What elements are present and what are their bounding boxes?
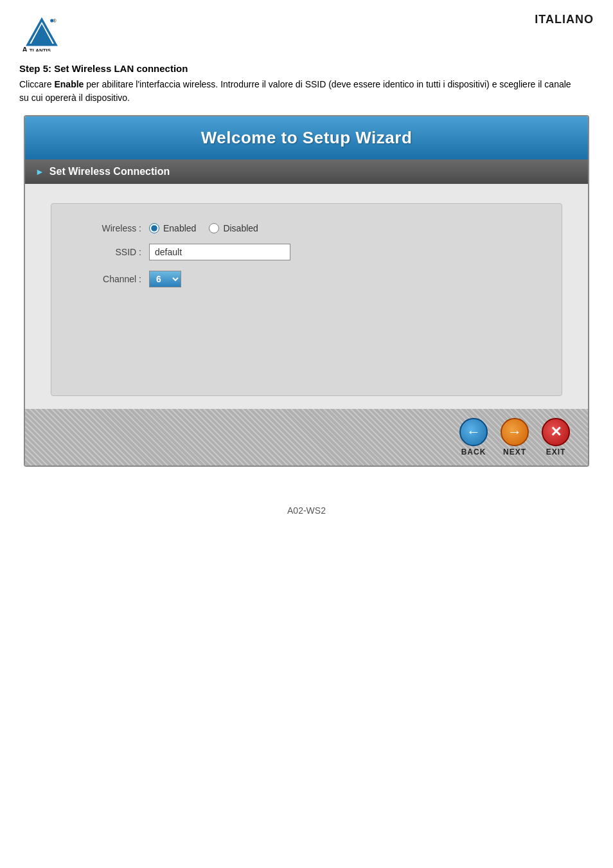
ssid-label: SSID : — [77, 247, 141, 257]
page-header: TLANTIS A AND ® ITALIANO — [19, 13, 594, 51]
logo-area: TLANTIS A AND ® — [19, 13, 64, 51]
disabled-radio-label: Disabled — [223, 223, 258, 233]
section-bar: ► Set Wireless Connection — [25, 159, 588, 184]
form-area: Wireless : Enabled Disabled SS — [51, 203, 562, 396]
exit-icon: ✕ — [542, 418, 570, 446]
wizard-content: Wireless : Enabled Disabled SS — [25, 184, 588, 409]
back-button[interactable]: ← BACK — [454, 417, 493, 458]
wizard-header: Welcome to Setup Wizard — [25, 116, 588, 159]
svg-text:TLANTIS: TLANTIS — [30, 48, 51, 51]
disabled-radio-option[interactable]: Disabled — [209, 223, 258, 233]
channel-select-wrapper: 1 2 3 4 5 6 7 8 9 10 11 12 13 — [149, 271, 181, 287]
wizard-box: Welcome to Setup Wizard ► Set Wireless C… — [24, 115, 589, 467]
model-number: A02-WS2 — [287, 505, 326, 516]
enabled-radio-label: Enabled — [163, 223, 196, 233]
step-title: Step 5: Set Wireless LAN connection — [19, 63, 594, 74]
svg-text:®: ® — [53, 19, 57, 23]
exit-label: EXIT — [546, 448, 566, 457]
enabled-radio-option[interactable]: Enabled — [149, 223, 196, 233]
channel-label: Channel : — [77, 274, 141, 284]
wireless-label: Wireless : — [77, 223, 141, 233]
ssid-row: SSID : — [77, 244, 536, 260]
wizard-header-title: Welcome to Setup Wizard — [38, 128, 575, 148]
next-icon: → — [501, 418, 529, 446]
back-label: BACK — [461, 448, 486, 457]
next-button[interactable]: → NEXT — [495, 417, 534, 458]
exit-button[interactable]: ✕ EXIT — [537, 417, 575, 458]
step-desc-bold: Enable — [54, 79, 84, 89]
channel-select[interactable]: 1 2 3 4 5 6 7 8 9 10 11 12 13 — [149, 271, 181, 287]
wizard-footer: ← BACK → NEXT ✕ EXIT — [25, 409, 588, 466]
section-arrow-icon: ► — [35, 167, 44, 177]
atlantis-logo: TLANTIS A AND ® — [19, 13, 64, 51]
page-footer: A02-WS2 — [19, 505, 594, 516]
section-title: Set Wireless Connection — [49, 166, 170, 177]
channel-row: Channel : 1 2 3 4 5 6 7 8 9 10 — [77, 271, 536, 287]
step-desc-after: per abilitare l'interfaccia wireless. In… — [19, 79, 571, 103]
disabled-radio[interactable] — [209, 223, 219, 233]
enabled-radio[interactable] — [149, 223, 159, 233]
step-desc-before: Cliccare — [19, 79, 54, 89]
wireless-radio-group: Enabled Disabled — [149, 223, 258, 233]
wireless-row: Wireless : Enabled Disabled — [77, 223, 536, 233]
language-label: ITALIANO — [535, 13, 594, 26]
svg-text:A: A — [22, 46, 27, 51]
next-label: NEXT — [503, 448, 526, 457]
step-description: Cliccare Enable per abilitare l'interfac… — [19, 78, 572, 105]
back-icon: ← — [459, 418, 488, 446]
ssid-input[interactable] — [149, 244, 290, 260]
